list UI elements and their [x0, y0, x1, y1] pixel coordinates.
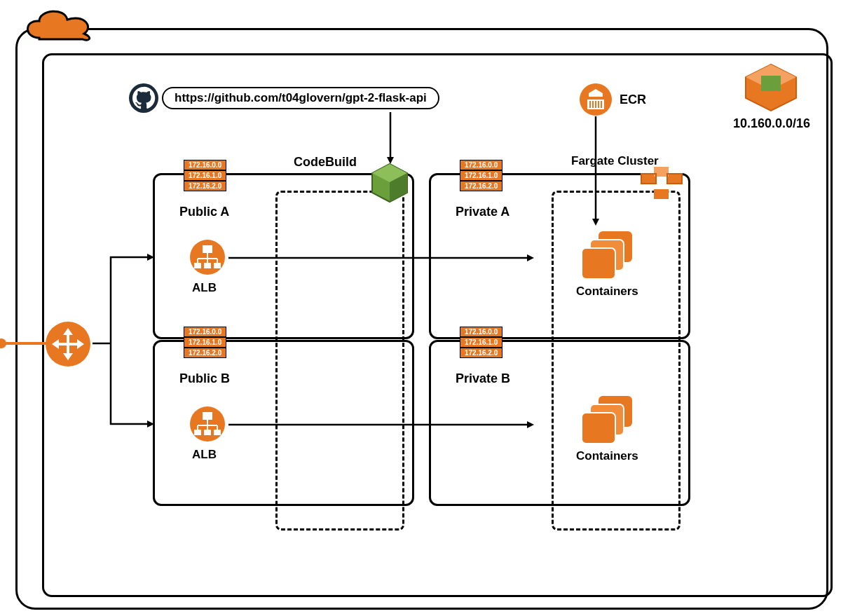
ecr-icon: [579, 83, 613, 116]
ip-badge: 172.16.1.0: [460, 337, 502, 348]
svg-marker-49: [147, 420, 154, 427]
subnet-public-b-label: Public B: [179, 371, 230, 386]
github-source: https://github.com/t04glovern/gpt-2-flas…: [128, 83, 439, 114]
alb-icon: [189, 406, 226, 442]
github-icon: [128, 83, 159, 114]
arrow-ecr-to-containers: [589, 116, 603, 228]
svg-rect-30: [214, 263, 221, 268]
ecr-label: ECR: [620, 93, 646, 107]
aws-cloud-icon: [18, 6, 102, 44]
alb-icon: [189, 239, 226, 275]
ecr: ECR: [579, 83, 646, 116]
ip-badge: 172.16.2.0: [460, 181, 502, 191]
arrow-gateway-to-albs: [90, 245, 160, 442]
containers-icon: [577, 393, 638, 446]
containers-label: Containers: [576, 449, 638, 463]
containers-label: Containers: [576, 285, 638, 299]
alb-label: ALB: [192, 448, 217, 462]
arrow-alb-b-to-containers-b: [228, 418, 537, 432]
containers-icon: [577, 228, 638, 282]
svg-marker-57: [592, 219, 599, 226]
ip-badge: 172.16.2.0: [184, 181, 226, 191]
subnet-public-a-label: Public A: [179, 205, 229, 219]
ip-badge: 172.16.0.0: [184, 327, 226, 337]
subnet-public-b-ips: 172.16.0.0 172.16.1.0 172.16.2.0: [184, 327, 226, 358]
arrow-github-to-codebuild: [383, 112, 397, 167]
ip-badge: 172.16.1.0: [460, 170, 502, 181]
svg-rect-29: [204, 263, 211, 268]
subnet-private-b-ips: 172.16.0.0 172.16.1.0 172.16.2.0: [460, 327, 502, 358]
svg-rect-2: [761, 76, 781, 91]
codebuild-label: CodeBuild: [294, 155, 357, 170]
vpc-icon: [743, 63, 799, 112]
vpc-cidr-label: 10.160.0.0/16: [733, 116, 810, 131]
svg-marker-51: [527, 254, 534, 261]
fargate-cluster-icon: [640, 164, 683, 202]
svg-rect-15: [667, 174, 682, 184]
svg-marker-48: [147, 254, 154, 261]
ip-badge: 172.16.2.0: [184, 348, 226, 358]
github-url: https://github.com/t04glovern/gpt-2-flas…: [162, 87, 439, 109]
ip-badge: 172.16.1.0: [184, 170, 226, 181]
subnet-public-a-ips: 172.16.0.0 172.16.1.0 172.16.2.0: [184, 160, 226, 191]
svg-rect-28: [194, 263, 201, 268]
svg-rect-43: [582, 248, 615, 279]
internet-gateway-icon: [45, 321, 91, 367]
codebuild-icon: [369, 163, 410, 203]
ip-badge: 172.16.0.0: [184, 160, 226, 170]
svg-rect-40: [214, 430, 221, 435]
ip-badge: 172.16.1.0: [184, 337, 226, 348]
svg-marker-53: [527, 421, 534, 428]
subnet-private-a-ips: 172.16.0.0 172.16.1.0 172.16.2.0: [460, 160, 502, 191]
svg-rect-14: [641, 174, 656, 184]
svg-rect-17: [654, 189, 669, 199]
ip-badge: 172.16.0.0: [460, 160, 502, 170]
internet-ingress-line: [0, 342, 49, 345]
svg-rect-39: [204, 430, 211, 435]
ip-badge: 172.16.2.0: [460, 348, 502, 358]
svg-rect-22: [203, 245, 212, 253]
svg-rect-32: [203, 412, 212, 420]
svg-rect-46: [582, 413, 615, 444]
alb-label: ALB: [192, 281, 217, 295]
subnet-private-a-label: Private A: [456, 205, 510, 219]
svg-rect-38: [194, 430, 201, 435]
subnet-private-b-label: Private B: [456, 371, 510, 386]
arrow-alb-a-to-containers-a: [228, 251, 537, 265]
ip-badge: 172.16.0.0: [460, 327, 502, 337]
